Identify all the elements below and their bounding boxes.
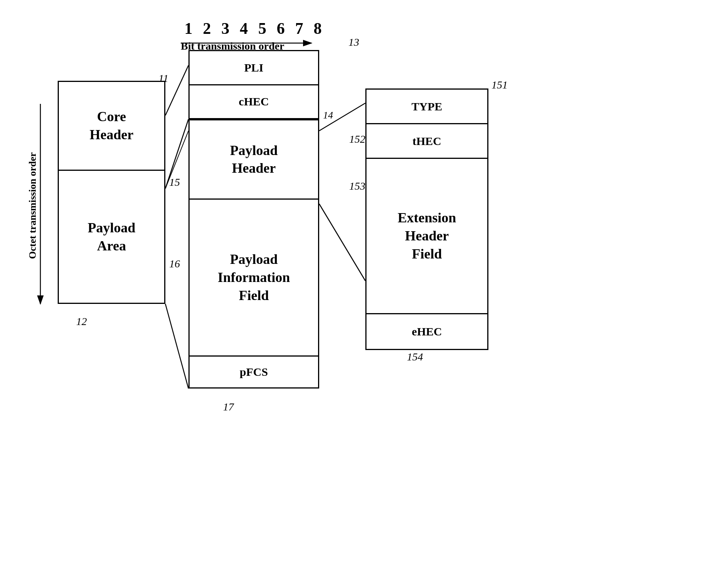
bit-1: 1 (181, 19, 199, 38)
bit-4: 4 (236, 19, 255, 38)
ref-17: 17 (223, 401, 234, 413)
bit-2: 2 (199, 19, 218, 38)
core-header-top: CoreHeader (59, 82, 164, 171)
svg-line-0 (165, 65, 188, 115)
payload-info-label: PayloadInformationField (218, 250, 290, 304)
core-header-label: CoreHeader (90, 108, 133, 144)
ref-151: 151 (491, 79, 508, 91)
type-row: TYPE (366, 90, 487, 124)
extension-label: ExtensionHeaderField (398, 209, 456, 263)
ref-16: 16 (169, 258, 180, 270)
payload-header-row: PayloadHeader (190, 120, 318, 200)
ehec-row: eHEC (366, 314, 487, 349)
svg-line-3 (165, 304, 188, 389)
thec-label: tHEC (413, 135, 441, 148)
type-label: TYPE (411, 100, 442, 113)
bit-numbers: 1 2 3 4 5 6 7 8 (181, 19, 328, 38)
ref-153: 153 (349, 180, 365, 192)
ref-14: 14 (323, 110, 333, 121)
ref-154: 154 (407, 351, 423, 363)
pfcs-label: pFCS (240, 365, 268, 379)
ref-11: 11 (158, 72, 168, 85)
pli-label: PLI (244, 61, 263, 74)
right-expanded-box: TYPE tHEC ExtensionHeaderField eHEC (365, 88, 488, 350)
ehec-label: eHEC (412, 325, 442, 338)
core-header-bottom: PayloadArea (59, 171, 164, 303)
core-header-box: CoreHeader PayloadArea (58, 81, 165, 304)
payload-header-label: PayloadHeader (230, 142, 278, 178)
ref-13: 13 (348, 36, 359, 48)
bit-7: 7 (292, 19, 310, 38)
bit-5: 5 (255, 19, 273, 38)
payload-info-row: PayloadInformationField (190, 200, 318, 357)
svg-line-5 (319, 204, 365, 281)
ref-15: 15 (169, 176, 180, 188)
chec-label: cHEC (239, 95, 269, 108)
bit-6: 6 (273, 19, 292, 38)
bit-3: 3 (218, 19, 236, 38)
thec-row: tHEC (366, 124, 487, 159)
pli-row: PLI (190, 51, 318, 85)
pli-chec-box: PLI cHEC (188, 50, 319, 119)
ref-152: 152 (349, 133, 365, 145)
pfcs-row: pFCS (190, 357, 318, 387)
payload-area-label: PayloadArea (88, 219, 135, 255)
ref-12: 12 (76, 315, 87, 328)
bit-order-section: 1 2 3 4 5 6 7 8 Bit transmission order 1… (181, 19, 328, 52)
octet-transmission-label: Octet transmission order (27, 152, 38, 259)
octet-label-container: Octet transmission order (27, 100, 38, 312)
bit-8: 8 (310, 19, 328, 38)
payload-middle-box: PayloadHeader PayloadInformationField pF… (188, 119, 319, 389)
chec-row: cHEC (190, 85, 318, 118)
extension-row: ExtensionHeaderField (366, 159, 487, 314)
